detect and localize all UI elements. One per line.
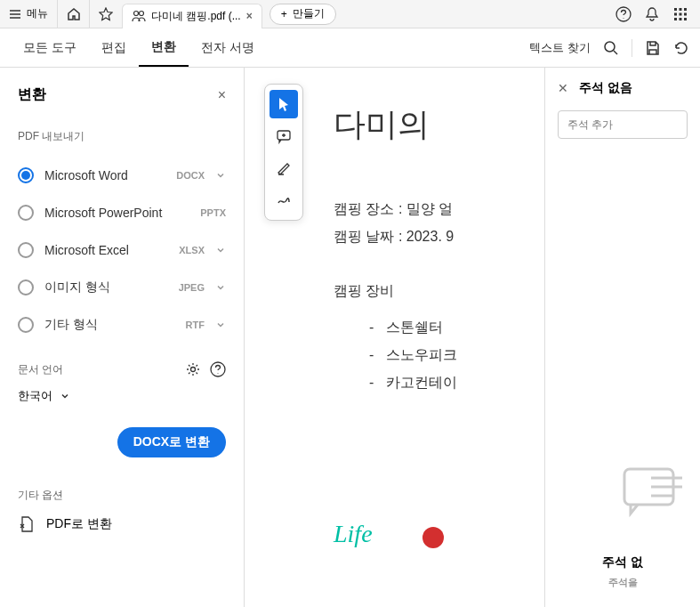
tab-convert[interactable]: 변환 [139, 28, 189, 67]
doc-date: 캠핑 날짜 : 2023. 9 [334, 228, 527, 247]
create-button[interactable]: + 만들기 [270, 4, 336, 25]
chevron-down-icon[interactable] [215, 245, 226, 255]
comments-empty: 주석 없 주석을 [545, 554, 700, 589]
bell-icon [644, 6, 660, 22]
format-name: Microsoft Excel [44, 243, 168, 257]
highlighter-icon [276, 160, 292, 176]
comments-title: 주석 없음 [579, 80, 632, 96]
format-excel[interactable]: Microsoft Excel XLSX [18, 231, 226, 269]
select-tool[interactable] [270, 90, 298, 118]
format-ext: PPTX [200, 207, 226, 218]
tab-close-button[interactable]: × [246, 10, 253, 22]
doc-place: 캠핑 장소 : 밀양 얼 [334, 200, 527, 219]
svg-point-12 [605, 42, 615, 52]
help-button[interactable] [615, 5, 632, 23]
chevron-down-icon[interactable] [215, 320, 226, 330]
radio-excel[interactable] [18, 242, 34, 258]
tool-tabs: 모든 도구 편집 변환 전자 서명 텍스트 찾기 [0, 28, 700, 68]
grid-icon [673, 7, 688, 21]
tab-edit[interactable]: 편집 [89, 28, 139, 67]
format-name: 기타 형식 [44, 317, 175, 333]
tab-sign[interactable]: 전자 서명 [189, 28, 267, 67]
menu-label: 메뉴 [27, 6, 48, 21]
format-ext: DOCX [176, 170, 205, 181]
panel-header: 변환 × [18, 85, 226, 104]
format-image[interactable]: 이미지 형식 JPEG [18, 269, 226, 306]
list-item: - 스톤쉘터 [334, 319, 527, 337]
tab-all-tools[interactable]: 모든 도구 [11, 28, 89, 67]
tooltabs-right: 텍스트 찾기 [529, 39, 689, 57]
format-other[interactable]: 기타 형식 RTF [18, 306, 226, 344]
cursor-icon [276, 96, 292, 112]
svg-rect-7 [680, 12, 682, 15]
language-section: 문서 언어 한국어 [18, 361, 226, 404]
notifications-button[interactable] [643, 5, 661, 23]
svg-rect-3 [674, 8, 677, 11]
svg-rect-9 [674, 18, 677, 20]
language-label: 문서 언어 [18, 362, 63, 377]
divider [632, 39, 632, 57]
pdf-convert-button[interactable]: PDF로 변환 [18, 515, 226, 533]
chevron-down-icon[interactable] [215, 282, 226, 293]
add-comment-input[interactable] [558, 110, 688, 139]
svg-rect-10 [680, 18, 682, 20]
radio-word[interactable] [18, 167, 34, 183]
comment-tool[interactable] [270, 122, 298, 150]
comment-illustration [620, 465, 691, 518]
language-header: 문서 언어 [18, 361, 226, 377]
svg-point-13 [191, 368, 196, 372]
format-powerpoint[interactable]: Microsoft PowerPoint PPTX [18, 194, 226, 231]
doc-title: 다미의 [334, 103, 527, 147]
radio-other[interactable] [18, 317, 34, 333]
list-item: - 카고컨테이 [334, 374, 527, 393]
search-text-button[interactable]: 텍스트 찾기 [529, 40, 591, 56]
other-label: 기타 옵션 [18, 488, 226, 503]
draw-tool[interactable] [270, 186, 298, 214]
topbar-right [615, 5, 700, 23]
format-ext: XLSX [179, 245, 205, 255]
svg-point-0 [134, 12, 139, 16]
gear-icon[interactable] [185, 361, 201, 377]
language-value: 한국어 [18, 388, 52, 404]
refresh-icon[interactable] [673, 40, 689, 56]
main: 변환 × PDF 내보내기 Microsoft Word DOCX Micros… [0, 68, 700, 607]
svg-rect-6 [674, 12, 677, 15]
floating-toolbar [264, 84, 303, 221]
highlight-tool[interactable] [270, 154, 298, 182]
svg-point-1 [140, 12, 144, 16]
close-comments-button[interactable]: ✕ [558, 81, 568, 95]
doc-equip-label: 캠핑 장비 [334, 282, 527, 301]
format-word[interactable]: Microsoft Word DOCX [18, 157, 226, 194]
close-panel-button[interactable]: × [218, 87, 226, 103]
format-name: 이미지 형식 [44, 279, 168, 295]
topbar: 메뉴 다미네 캠핑.pdf (... × + 만들기 [0, 0, 700, 28]
chevron-down-icon[interactable] [215, 170, 226, 181]
help-icon [616, 6, 632, 22]
radio-image[interactable] [18, 279, 34, 295]
star-button[interactable] [90, 0, 122, 28]
convert-button[interactable]: DOCX로 변환 [117, 427, 226, 457]
pdf-icon [18, 515, 36, 533]
svg-rect-11 [684, 18, 687, 20]
comments-panel: ✕ 주석 없음 주석 없 주석을 [544, 68, 700, 607]
help-icon[interactable] [210, 361, 226, 377]
home-button[interactable] [58, 0, 90, 28]
language-icons [185, 361, 226, 377]
export-label: PDF 내보내기 [18, 129, 226, 144]
radio-powerpoint[interactable] [18, 205, 34, 221]
language-selector[interactable]: 한국어 [18, 388, 226, 404]
menu-button[interactable]: 메뉴 [0, 0, 58, 28]
shared-icon [132, 10, 146, 22]
document-tab[interactable]: 다미네 캠핑.pdf (... × [122, 4, 262, 28]
format-list: Microsoft Word DOCX Microsoft PowerPoint… [18, 157, 226, 344]
format-ext: JPEG [179, 282, 205, 293]
plus-icon: + [281, 8, 287, 20]
panel-title: 변환 [18, 85, 46, 104]
search-icon[interactable] [603, 40, 619, 56]
format-ext: RTF [186, 320, 205, 330]
save-icon[interactable] [645, 40, 661, 56]
doc-list: - 스톤쉘터 - 스노우피크 - 카고컨테이 [334, 319, 527, 393]
home-icon [67, 7, 81, 21]
comments-empty-sub: 주석을 [545, 576, 700, 589]
apps-button[interactable] [672, 5, 689, 23]
